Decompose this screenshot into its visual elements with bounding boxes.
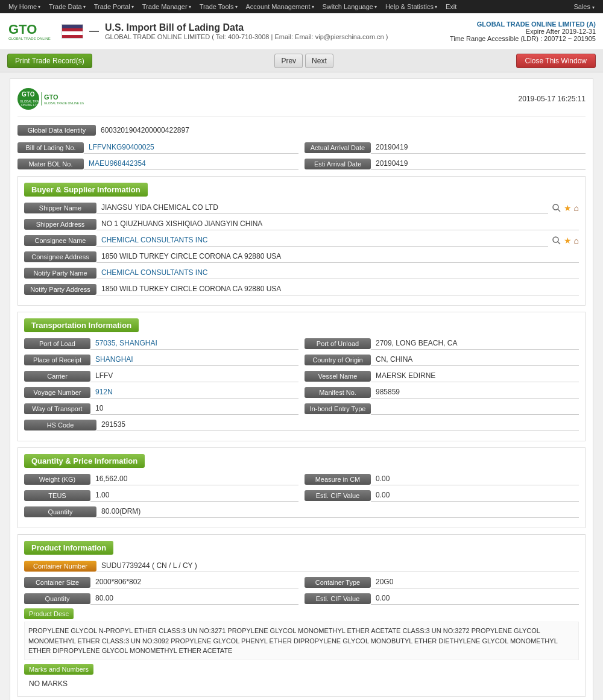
toolbar-left: Print Trade Record(s) bbox=[7, 54, 92, 68]
svg-line-10 bbox=[558, 209, 560, 212]
actual-arrival-label: Actual Arrival Date bbox=[305, 142, 371, 153]
product-qty-value: 80.00 bbox=[90, 592, 298, 605]
record-logo-svg: GTO GLOBAL TRADE ONLINE LTD GTO GLOBAL T… bbox=[17, 86, 84, 112]
hs-code-row: HS Code 291535 bbox=[24, 418, 579, 431]
place-of-receipt-value: SHANGHAI bbox=[90, 353, 298, 366]
svg-text:ONLINE LTD: ONLINE LTD bbox=[21, 103, 39, 107]
product-header: Product Information bbox=[24, 541, 113, 555]
manifest-no-label: Manifest No. bbox=[305, 387, 371, 398]
way-of-transport-label: Way of Transport bbox=[24, 403, 90, 414]
consignee-name-icons: ★ ⌂ bbox=[552, 236, 579, 245]
in-bond-entry-value bbox=[371, 403, 579, 415]
nav-sales[interactable]: Sales ▾ bbox=[570, 2, 598, 11]
container-size-col: Container Size 2000*806*802 bbox=[24, 576, 298, 588]
search-icon[interactable] bbox=[552, 236, 561, 245]
chevron-down-icon: ▾ bbox=[235, 4, 238, 10]
toolbar-right: Close This Window bbox=[516, 54, 596, 68]
nav-trade-manager[interactable]: Trade Manager ▾ bbox=[139, 2, 195, 11]
mater-bol-col: Mater BOL No. MAEU968442354 bbox=[17, 157, 298, 170]
global-data-identity-row: Global Data Identity 6003201904200000422… bbox=[17, 124, 586, 136]
weight-measure-row: Weight (KG) 16,562.00 Measure in CM 0.00 bbox=[24, 473, 579, 485]
transportation-header: Transportation Information bbox=[24, 318, 139, 332]
container-type-col: Container Type 20G0 bbox=[305, 576, 579, 588]
svg-text:GTO: GTO bbox=[22, 91, 35, 98]
place-of-receipt-label: Place of Receipt bbox=[24, 355, 90, 365]
bol-no-value: LFFVNKG90400025 bbox=[84, 141, 298, 154]
nav-trade-tools[interactable]: Trade Tools ▾ bbox=[196, 2, 241, 11]
star-icon[interactable]: ★ bbox=[564, 236, 572, 245]
company-logo: GTO GLOBAL TRADE ONLINE bbox=[7, 17, 55, 46]
svg-text:GLOBAL TRADE ONLINE LIMITED: GLOBAL TRADE ONLINE LIMITED bbox=[44, 101, 84, 105]
esti-arrival-label: Esti Arrival Date bbox=[305, 159, 371, 169]
nav-my-home[interactable]: My Home ▾ bbox=[5, 2, 44, 11]
logo-svg: GTO GLOBAL TRADE ONLINE bbox=[7, 17, 55, 46]
voyage-number-col: Voyage Number 912N bbox=[24, 386, 298, 399]
way-of-transport-col: Way of Transport 10 bbox=[24, 402, 298, 415]
product-cif-col: Esti. CIF Value 0.00 bbox=[305, 592, 579, 605]
container-size-value: 2000*806*802 bbox=[90, 576, 298, 588]
way-of-transport-value: 10 bbox=[90, 402, 298, 415]
hs-code-value: 291535 bbox=[96, 418, 579, 431]
nav-switch-language[interactable]: Switch Language ▾ bbox=[319, 2, 380, 11]
nav-help-statistics[interactable]: Help & Statistics ▾ bbox=[382, 2, 441, 11]
top-toolbar: Print Trade Record(s) Prev Next Close Th… bbox=[0, 50, 603, 72]
quantity-row: Quantity 80.00(DRM) bbox=[24, 505, 579, 518]
record-header: GTO GLOBAL TRADE ONLINE LTD GTO GLOBAL T… bbox=[17, 86, 586, 117]
nav-trade-portal[interactable]: Trade Portal ▾ bbox=[90, 2, 137, 11]
page-title: U.S. Import Bill of Lading Data bbox=[105, 22, 388, 33]
teus-value: 1.00 bbox=[90, 489, 298, 502]
port-of-load-col: Port of Load 57035, SHANGHAI bbox=[24, 337, 298, 350]
close-button-top[interactable]: Close This Window bbox=[516, 54, 596, 68]
consignee-name-row: Consignee Name CHEMICAL CONSULTANTS INC … bbox=[24, 234, 579, 247]
header-email: Email: vip@pierschina.com.cn bbox=[295, 33, 384, 40]
bol-no-label: Bill of Lading No. bbox=[17, 142, 84, 153]
search-icon[interactable] bbox=[552, 203, 561, 213]
product-cif-value: 0.00 bbox=[371, 592, 579, 605]
notify-party-name-label: Notify Party Name bbox=[24, 268, 96, 279]
bol-row: Bill of Lading No. LFFVNKG90400025 Actua… bbox=[17, 141, 586, 154]
nav-trade-data[interactable]: Trade Data ▾ bbox=[45, 2, 89, 11]
product-qty-col: Quantity 80.00 bbox=[24, 592, 298, 605]
shipper-name-value: JIANGSU YIDA CHEMICAL CO LTD bbox=[96, 201, 548, 214]
notify-party-address-row: Notify Party Address 1850 WILD TURKEY CI… bbox=[24, 283, 579, 295]
consignee-address-value: 1850 WILD TURKEY CIRCLE CORONA CA 92880 … bbox=[96, 250, 579, 263]
esti-arrival-value: 20190419 bbox=[371, 157, 586, 170]
notify-party-name-row: Notify Party Name CHEMICAL CONSULTANTS I… bbox=[24, 266, 579, 279]
marks-label: Marks and Numbers bbox=[24, 664, 93, 675]
next-button-top[interactable]: Next bbox=[305, 54, 333, 68]
record-datetime: 2019-05-17 16:25:11 bbox=[519, 95, 586, 103]
prev-button-top[interactable]: Prev bbox=[274, 54, 303, 68]
mater-bol-value: MAEU968442354 bbox=[84, 157, 298, 170]
transport-inbond-row: Way of Transport 10 In-bond Entry Type bbox=[24, 402, 579, 415]
quantity-label: Quantity bbox=[24, 506, 96, 517]
home-icon[interactable]: ⌂ bbox=[574, 236, 579, 245]
voyage-number-label: Voyage Number bbox=[24, 387, 90, 398]
weight-value: 16,562.00 bbox=[90, 473, 298, 485]
quantity-price-header: Quantity & Price Information bbox=[24, 454, 145, 468]
toolbar-center: Prev Next bbox=[274, 54, 333, 68]
home-icon[interactable]: ⌂ bbox=[574, 203, 579, 213]
country-of-origin-label: Country of Origin bbox=[305, 355, 371, 365]
record-card: GTO GLOBAL TRADE ONLINE LTD GTO GLOBAL T… bbox=[10, 78, 593, 700]
nav-account-management[interactable]: Account Management ▾ bbox=[242, 2, 318, 11]
vessel-name-col: Vessel Name MAERSK EDIRNE bbox=[305, 370, 579, 382]
chevron-down-icon: ▾ bbox=[131, 4, 134, 10]
measure-label: Measure in CM bbox=[305, 474, 371, 485]
container-number-row: Container Number SUDU7739244 ( CN / L / … bbox=[24, 560, 579, 572]
header-expire: Expire After 2019-12-31 bbox=[450, 28, 596, 35]
svg-text:GTO: GTO bbox=[44, 93, 58, 101]
actual-arrival-col: Actual Arrival Date 20190419 bbox=[305, 141, 586, 154]
product-cif-label: Esti. CIF Value bbox=[305, 593, 371, 604]
star-icon[interactable]: ★ bbox=[564, 203, 572, 213]
svg-point-9 bbox=[553, 204, 558, 210]
nav-exit[interactable]: Exit bbox=[442, 2, 460, 11]
container-size-label: Container Size bbox=[24, 577, 90, 588]
global-data-identity-value: 6003201904200000422897 bbox=[96, 124, 194, 136]
teus-cif-row: TEUS 1.00 Esti. CIF Value 0.00 bbox=[24, 489, 579, 502]
header-left: GTO GLOBAL TRADE ONLINE — U.S. Import Bi… bbox=[7, 17, 388, 46]
quantity-price-section: Quantity & Price Information Weight (KG)… bbox=[17, 447, 586, 528]
top-navigation: My Home ▾ Trade Data ▾ Trade Portal ▾ Tr… bbox=[0, 0, 603, 13]
record-logo: GTO GLOBAL TRADE ONLINE LTD GTO GLOBAL T… bbox=[17, 86, 84, 112]
carrier-value: LFFV bbox=[90, 370, 298, 382]
print-button-top[interactable]: Print Trade Record(s) bbox=[7, 54, 92, 68]
